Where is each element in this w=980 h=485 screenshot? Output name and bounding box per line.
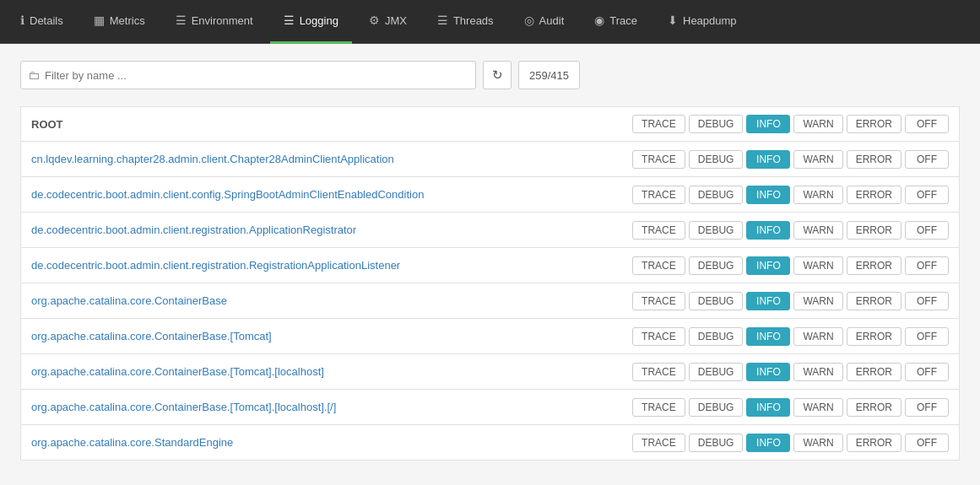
log-level-group: TRACEDEBUGINFOWARNERROROFF	[632, 115, 949, 133]
nav-tab-logging[interactable]: ☰Logging	[270, 0, 352, 44]
log-level-error-button[interactable]: ERROR	[847, 398, 901, 417]
logger-name: de.codecentric.boot.admin.client.registr…	[31, 259, 632, 272]
log-level-off-button[interactable]: OFF	[905, 327, 949, 346]
log-level-info-button[interactable]: INFO	[746, 363, 790, 381]
audit-tab-label: Audit	[539, 14, 565, 27]
nav-tab-threads[interactable]: ☰Threads	[424, 0, 507, 44]
log-level-info-button[interactable]: INFO	[746, 327, 790, 346]
threads-tab-icon: ☰	[437, 13, 448, 27]
log-level-info-button[interactable]: INFO	[746, 115, 790, 133]
log-level-info-button[interactable]: INFO	[746, 398, 790, 417]
log-level-debug-button[interactable]: DEBUG	[689, 150, 744, 169]
log-level-trace-button[interactable]: TRACE	[632, 186, 685, 204]
log-level-off-button[interactable]: OFF	[905, 221, 949, 240]
log-level-warn-button[interactable]: WARN	[793, 292, 842, 310]
log-level-group: TRACEDEBUGINFOWARNERROROFF	[632, 398, 949, 417]
log-level-error-button[interactable]: ERROR	[847, 115, 901, 133]
log-level-off-button[interactable]: OFF	[905, 150, 949, 169]
logger-row: org.apache.catalina.core.StandardEngineT…	[20, 425, 960, 461]
log-level-group: TRACEDEBUGINFOWARNERROROFF	[632, 256, 949, 275]
log-level-trace-button[interactable]: TRACE	[632, 115, 685, 133]
log-level-info-button[interactable]: INFO	[746, 186, 790, 204]
nav-tab-audit[interactable]: ◎Audit	[511, 0, 578, 44]
environment-tab-icon: ☰	[176, 13, 187, 27]
log-level-debug-button[interactable]: DEBUG	[689, 221, 744, 240]
log-level-warn-button[interactable]: WARN	[793, 115, 842, 133]
refresh-button[interactable]: ↻	[483, 61, 512, 89]
log-level-error-button[interactable]: ERROR	[847, 327, 901, 346]
log-level-error-button[interactable]: ERROR	[847, 186, 901, 204]
log-level-warn-button[interactable]: WARN	[793, 256, 842, 275]
nav-tab-metrics[interactable]: ▦Metrics	[80, 0, 159, 44]
folder-icon: 🗀	[28, 68, 40, 82]
logger-name: de.codecentric.boot.admin.client.config.…	[31, 188, 632, 201]
log-level-debug-button[interactable]: DEBUG	[689, 434, 744, 452]
nav-tab-details[interactable]: ℹDetails	[7, 0, 77, 44]
log-level-info-button[interactable]: INFO	[746, 256, 790, 275]
log-level-off-button[interactable]: OFF	[905, 398, 949, 417]
log-level-debug-button[interactable]: DEBUG	[689, 292, 744, 310]
log-level-error-button[interactable]: ERROR	[847, 150, 901, 169]
log-level-off-button[interactable]: OFF	[905, 186, 949, 204]
log-level-off-button[interactable]: OFF	[905, 115, 949, 133]
log-level-off-button[interactable]: OFF	[905, 363, 949, 381]
log-level-group: TRACEDEBUGINFOWARNERROROFF	[632, 363, 949, 381]
log-level-off-button[interactable]: OFF	[905, 256, 949, 275]
details-tab-label: Details	[30, 14, 63, 27]
log-level-trace-button[interactable]: TRACE	[632, 327, 685, 346]
log-level-warn-button[interactable]: WARN	[793, 186, 842, 204]
log-level-warn-button[interactable]: WARN	[793, 150, 842, 169]
log-level-warn-button[interactable]: WARN	[793, 434, 842, 452]
nav-tab-environment[interactable]: ☰Environment	[162, 0, 267, 44]
log-level-info-button[interactable]: INFO	[746, 292, 790, 310]
log-level-error-button[interactable]: ERROR	[847, 292, 901, 310]
logger-name: org.apache.catalina.core.ContainerBase.[…	[31, 365, 632, 378]
nav-tab-jmx[interactable]: ⚙JMX	[355, 0, 420, 44]
log-level-debug-button[interactable]: DEBUG	[689, 398, 744, 417]
logger-row: org.apache.catalina.core.ContainerBaseTR…	[20, 283, 960, 319]
logger-list: ROOTTRACEDEBUGINFOWARNERROROFFcn.lqdev.l…	[20, 106, 960, 461]
logger-row: cn.lqdev.learning.chapter28.admin.client…	[20, 142, 960, 177]
log-level-group: TRACEDEBUGINFOWARNERROROFF	[632, 221, 949, 240]
log-level-trace-button[interactable]: TRACE	[632, 150, 685, 169]
log-level-off-button[interactable]: OFF	[905, 434, 949, 452]
log-level-off-button[interactable]: OFF	[905, 292, 949, 310]
metrics-tab-label: Metrics	[110, 14, 145, 27]
log-level-warn-button[interactable]: WARN	[793, 221, 842, 240]
log-level-info-button[interactable]: INFO	[746, 221, 790, 240]
log-level-trace-button[interactable]: TRACE	[632, 363, 685, 381]
log-level-error-button[interactable]: ERROR	[847, 434, 901, 452]
filter-input[interactable]	[45, 69, 468, 82]
log-level-warn-button[interactable]: WARN	[793, 398, 842, 417]
count-badge: 259/415	[518, 61, 580, 89]
nav-tab-trace[interactable]: ◉Trace	[581, 0, 651, 44]
trace-tab-label: Trace	[609, 14, 637, 27]
count-text: 259/415	[529, 69, 569, 82]
log-level-group: TRACEDEBUGINFOWARNERROROFF	[632, 150, 949, 169]
logging-tab-icon: ☰	[284, 13, 295, 27]
log-level-debug-button[interactable]: DEBUG	[689, 363, 744, 381]
nav-tab-heapdump[interactable]: ⬇Heapdump	[654, 0, 750, 44]
log-level-info-button[interactable]: INFO	[746, 434, 790, 452]
metrics-tab-icon: ▦	[94, 13, 105, 27]
log-level-trace-button[interactable]: TRACE	[632, 256, 685, 275]
log-level-trace-button[interactable]: TRACE	[632, 398, 685, 417]
log-level-error-button[interactable]: ERROR	[847, 256, 901, 275]
filter-bar: 🗀 ↻ 259/415	[20, 61, 960, 89]
log-level-trace-button[interactable]: TRACE	[632, 221, 685, 240]
log-level-debug-button[interactable]: DEBUG	[689, 256, 744, 275]
heapdump-tab-icon: ⬇	[668, 13, 678, 27]
log-level-info-button[interactable]: INFO	[746, 150, 790, 169]
logging-tab-label: Logging	[300, 14, 338, 27]
log-level-debug-button[interactable]: DEBUG	[689, 327, 744, 346]
logger-name: cn.lqdev.learning.chapter28.admin.client…	[31, 153, 632, 165]
log-level-debug-button[interactable]: DEBUG	[689, 186, 744, 204]
log-level-trace-button[interactable]: TRACE	[632, 434, 685, 452]
audit-tab-icon: ◎	[524, 13, 534, 27]
log-level-warn-button[interactable]: WARN	[793, 327, 842, 346]
log-level-trace-button[interactable]: TRACE	[632, 292, 685, 310]
log-level-warn-button[interactable]: WARN	[793, 363, 842, 381]
log-level-error-button[interactable]: ERROR	[847, 363, 901, 381]
log-level-error-button[interactable]: ERROR	[847, 221, 901, 240]
log-level-debug-button[interactable]: DEBUG	[689, 115, 744, 133]
